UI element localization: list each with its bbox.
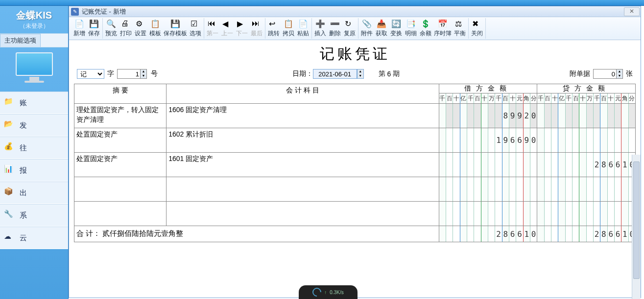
toolbar-icon: ▶ (237, 19, 247, 29)
voucher-title: 记账凭证 (74, 44, 636, 64)
date-input[interactable] (313, 69, 357, 79)
toolbar-预览[interactable]: 🔍预览 (104, 18, 119, 39)
toolbar-删除[interactable]: ➖删除 (328, 18, 342, 39)
toolbar-明细[interactable]: 📑明细 (404, 18, 418, 39)
toolbar-icon: 🔄 (391, 19, 401, 29)
total-words: 贰仟捌佰陆拾陆元壹角整 (102, 229, 183, 237)
debit-cell[interactable] (439, 153, 537, 177)
period-label-2: 期 (393, 69, 400, 78)
toolbar-label: 关闭 (471, 29, 483, 38)
toolbar-第一: ⏮第一 (205, 18, 220, 39)
debit-cell[interactable]: 89920 (439, 104, 537, 128)
num-suffix: 号 (151, 69, 158, 78)
toolbar-余额[interactable]: 💲余额 (418, 18, 433, 39)
summary-cell[interactable] (74, 177, 167, 202)
sidebar-label: 出 (20, 188, 27, 198)
table-row[interactable]: 处置固定资产1602 累计折旧196690 (74, 128, 636, 153)
attach-spinner[interactable]: ▲▼ (593, 69, 623, 79)
voucher-number-input[interactable] (117, 69, 141, 79)
sidebar-icon: 🔧 (4, 209, 16, 221)
toolbar-label: 删除 (329, 29, 341, 38)
toolbar-设置[interactable]: ⚙设置 (133, 18, 148, 39)
left-tabs: 主功能选项 (0, 33, 68, 47)
toolbar-变换[interactable]: 🔄变换 (389, 18, 404, 39)
debit-cell[interactable] (439, 202, 537, 226)
credit-cell[interactable] (537, 177, 636, 202)
toolbar-label: 跳转 (268, 29, 280, 38)
sidebar-item-1[interactable]: 📂发 (0, 114, 68, 137)
toolbar-label: 复原 (344, 29, 356, 38)
toolbar-模板[interactable]: 📋模板 (148, 18, 163, 39)
summary-cell[interactable]: 理处置固定资产，转入固定资产清理 (74, 104, 167, 128)
sidebar-item-3[interactable]: 📊报 (0, 159, 68, 182)
toolbar-关闭[interactable]: ✖关闭 (470, 18, 484, 39)
date-up-icon[interactable]: ▲ (358, 69, 363, 74)
summary-cell[interactable] (74, 202, 167, 226)
toolbar-选项[interactable]: ☑选项 (188, 18, 203, 39)
toolbar-打印[interactable]: 🖨打印 (119, 18, 133, 39)
toolbar-附件[interactable]: 📎附件 (359, 18, 374, 39)
toolbar-保存模板[interactable]: 💾保存模板 (163, 18, 188, 39)
toolbar-获取[interactable]: 📥获取 (374, 18, 389, 39)
date-down-icon[interactable]: ▼ (358, 74, 363, 78)
toolbar-序时簿[interactable]: 📅序时簿 (433, 18, 453, 39)
sidebar-item-5[interactable]: 🔧系 (0, 204, 68, 227)
toolbar-保存[interactable]: 💾保存 (87, 18, 101, 39)
toolbar-下一: ▶下一 (235, 18, 249, 39)
sidebar-label: 往 (20, 143, 27, 153)
table-row[interactable] (74, 202, 636, 226)
taskbar-widget: ↑0.3K/s (299, 285, 358, 299)
toolbar-跳转[interactable]: ↩跳转 (266, 18, 281, 39)
period-value: 6 (387, 70, 391, 78)
voucher-number-spinner[interactable]: ▲▼ (117, 69, 147, 79)
table-row[interactable] (74, 177, 636, 202)
toolbar-新增[interactable]: 📄新增 (72, 18, 87, 39)
sidebar-label: 报 (20, 166, 27, 175)
table-row[interactable]: 处置固定资产1601 固定资产286610 (74, 153, 636, 177)
toolbar-label: 第一 (207, 29, 218, 38)
credit-cell[interactable]: 286610 (537, 153, 636, 177)
summary-cell[interactable]: 处置固定资产 (74, 128, 167, 153)
sidebar-item-4[interactable]: 📦出 (0, 182, 68, 204)
close-icon[interactable]: ✕ (624, 7, 640, 16)
spin-up-icon[interactable]: ▲ (141, 69, 146, 74)
word-select[interactable]: 记 (77, 69, 104, 79)
account-cell[interactable]: 1606 固定资产清理 (167, 104, 439, 128)
sidebar-label: 账 (20, 98, 27, 108)
account-cell[interactable]: 1601 固定资产 (167, 153, 439, 177)
toolbar-icon: ⏭ (252, 19, 262, 29)
account-cell[interactable] (167, 177, 439, 202)
sidebar-item-6[interactable]: ☁云 (0, 227, 68, 249)
toolbar-平衡[interactable]: ⚖平衡 (453, 18, 467, 39)
account-cell[interactable] (167, 202, 439, 226)
toolbar-上一: ◀上一 (220, 18, 235, 39)
toolbar-粘贴[interactable]: 📄粘贴 (296, 18, 310, 39)
sidebar-item-0[interactable]: 📁账 (0, 92, 68, 114)
debit-cell[interactable]: 196690 (439, 128, 537, 153)
spin-down-icon[interactable]: ▼ (141, 74, 146, 78)
toolbar-复原[interactable]: ↻复原 (342, 18, 357, 39)
sidebar-label: 云 (20, 233, 27, 243)
debit-cell[interactable] (439, 177, 537, 202)
credit-cell[interactable] (537, 202, 636, 226)
sidebar-label: 发 (20, 121, 27, 130)
toolbar-icon: 🖨 (121, 19, 131, 29)
voucher-table: 摘 要 会 计 科 目 借方金额 贷方金额 千百十亿千百十万千百十元角分 千百十… (74, 84, 636, 242)
credit-cell[interactable] (537, 104, 636, 128)
attach-up-icon[interactable]: ▲ (617, 69, 622, 74)
total-cell: 合 计： 贰仟捌佰陆拾陆元壹角整 (74, 226, 439, 242)
toolbar-label: 下一 (236, 29, 248, 38)
toolbar-拷贝[interactable]: 📋拷贝 (281, 18, 296, 39)
attach-input[interactable] (593, 69, 617, 79)
vertical-scrollbar[interactable] (632, 155, 641, 299)
sidebar-label: 系 (20, 211, 27, 220)
toolbar-插入[interactable]: ➕插入 (313, 18, 328, 39)
table-row[interactable]: 理处置固定资产，转入固定资产清理1606 固定资产清理89920 (74, 104, 636, 128)
summary-cell[interactable]: 处置固定资产 (74, 153, 167, 177)
account-cell[interactable]: 1602 累计折旧 (167, 128, 439, 153)
main-function-tab[interactable]: 主功能选项 (0, 34, 41, 47)
credit-cell[interactable] (537, 128, 636, 153)
sidebar-icon: 📦 (4, 187, 16, 199)
attach-down-icon[interactable]: ▼ (617, 74, 622, 78)
sidebar-item-2[interactable]: 💰往 (0, 137, 68, 159)
